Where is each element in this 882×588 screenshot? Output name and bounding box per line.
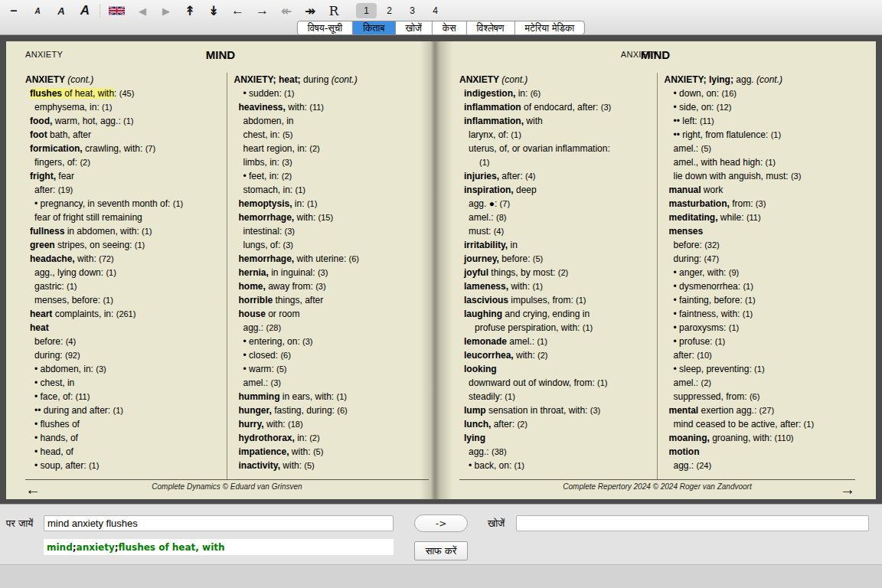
column-header-line[interactable]: ANXIETY (cont.) [459,73,649,87]
rubric-line[interactable]: agg. ●: (7) [459,197,649,211]
tab-analysis[interactable]: विश्लेषण [466,21,514,34]
rubric-line[interactable]: home, away from: (3) [234,279,430,293]
rubric-line[interactable]: motion [665,445,856,459]
rubric-line[interactable]: • closed: (6) [234,348,430,362]
chapter-down-icon[interactable]: ↡ [207,2,220,20]
column-header-line[interactable]: ANXIETY (cont.) [25,73,219,87]
next-page-icon[interactable]: → [256,2,269,20]
rubric-line[interactable]: amel.: (5) [665,142,856,155]
rubric-line[interactable]: horrible things, after [234,293,430,307]
rubric-line[interactable]: before: (4) [25,335,219,348]
rubric-line[interactable]: inflammation of endocard, after: (3) [459,100,649,114]
rubric-line[interactable]: • soup, after: (1) [25,459,219,472]
tab-book[interactable]: किताब [353,21,395,34]
rubric-line[interactable]: inflammation, with [459,114,649,128]
rubric-line[interactable]: • fainting, before: (1) [665,293,856,307]
rubric-line[interactable]: after: (10) [665,348,856,362]
rubric-line[interactable]: hernia, in inguinal: (3) [234,266,430,279]
remedy-r-icon[interactable]: R [328,2,340,20]
rubric-line[interactable]: joyful things, by most: (2) [459,266,649,279]
rubric-line[interactable]: headache, with: (72) [25,252,219,266]
rubric-line[interactable]: •• right, from flatulence: (1) [665,128,856,142]
first-rubric-icon[interactable]: ↞ [280,2,292,20]
rubric-line[interactable]: hemorrhage, with: (15) [234,211,430,224]
rubric-line[interactable]: indigestion, in: (6) [459,87,649,100]
rubric-line[interactable]: hemoptysis, in: (1) [234,197,430,211]
rubric-line[interactable]: fullness in abdomen, with: (1) [25,224,219,238]
column-header-line[interactable]: ANXIETY; heat; during (cont.) [234,73,430,87]
goto-submit-button[interactable]: -> [414,514,468,532]
rubric-line[interactable]: mind ceased to be active, after: (1) [665,417,856,431]
rubric-line[interactable]: • head, of [25,445,219,459]
rubric-line[interactable]: larynx, of: (1) [459,128,649,142]
rubric-line[interactable]: amel., with head high: (1) [665,155,856,169]
rubric-line[interactable]: hurry, with: (18) [234,417,430,431]
back-icon[interactable]: ◀ [136,2,149,20]
clear-button[interactable]: साफ करें [414,541,468,560]
rubric-line[interactable]: hydrothorax, in: (2) [234,431,430,445]
page-button-3[interactable]: 3 [402,3,423,18]
tab-find[interactable]: खोजें [395,21,432,34]
rubric-line[interactable]: • sleep, preventing: (1) [665,362,856,376]
rubric-line[interactable]: • feet, in: (2) [234,169,430,183]
page-button-4[interactable]: 4 [425,3,446,18]
rubric-line[interactable]: • paroxysms: (1) [665,321,856,335]
decrease-font-icon[interactable]: – [8,2,20,20]
rubric-line[interactable]: downward out of window, from: (1) [459,376,649,390]
rubric-line[interactable]: • down, on: (16) [665,87,856,100]
rubric-line[interactable]: limbs, in: (3) [234,155,430,169]
rubric-line[interactable]: fright, fear [25,169,219,183]
rubric-line[interactable]: • entering, on: (3) [234,335,430,348]
rubric-line[interactable]: lungs, of: (3) [234,238,430,252]
next-page-arrow-icon[interactable]: → [840,481,855,498]
rubric-line[interactable]: •• left: (11) [665,114,856,128]
rubric-line[interactable]: leucorrhea, with: (2) [459,348,649,362]
rubric-line[interactable]: heat [25,321,219,335]
rubric-line[interactable]: manual work [665,183,856,197]
rubric-line[interactable]: lie down with anguish, must: (3) [665,169,856,183]
rubric-line[interactable]: amel.: (3) [234,376,430,390]
rubric-line[interactable]: irritability, in [459,238,649,252]
rubric-line[interactable]: gastric: (1) [25,279,219,293]
rubric-line[interactable]: during: (92) [25,348,219,362]
rubric-line[interactable]: emphysema, in: (1) [25,100,219,114]
rubric-line[interactable]: uterus, of, or ovarian inflammation:(1) [459,142,649,169]
rubric-line[interactable]: journey, before: (5) [459,252,649,266]
rubric-line[interactable]: • side, on: (12) [665,100,856,114]
rubric-line[interactable]: • abdomen, in: (3) [25,362,219,376]
rubric-line[interactable]: agg.: (24) [665,459,856,472]
rubric-line[interactable]: • dysmenorrhea: (1) [665,279,856,293]
rubric-line[interactable]: agg.: (38) [459,445,649,459]
page-button-2[interactable]: 2 [379,3,400,18]
rubric-line[interactable]: green stripes, on seeing: (1) [25,238,219,252]
rubric-line[interactable]: amel.: (2) [665,376,856,390]
font-small-icon[interactable]: A [31,2,44,20]
rubric-line[interactable]: during: (47) [665,252,856,266]
rubric-line[interactable]: • faintness, with: (1) [665,307,856,321]
rubric-line[interactable]: house or room [234,307,430,321]
rubric-line[interactable]: steadily: (1) [459,390,649,403]
rubric-line[interactable]: injuries, after: (4) [459,169,649,183]
rubric-line[interactable]: agg., lying down: (1) [25,266,219,279]
font-large-icon[interactable]: A [79,2,91,20]
forward-icon[interactable]: ▶ [160,2,172,20]
rubric-line[interactable]: • profuse: (1) [665,335,856,348]
last-rubric-icon[interactable]: ↠ [304,2,316,20]
rubric-line[interactable]: before: (32) [665,238,856,252]
rubric-line[interactable]: intestinal: (3) [234,224,430,238]
rubric-line[interactable]: menses [665,224,856,238]
rubric-line[interactable]: abdomen, in [234,114,430,128]
rubric-line[interactable]: after: (19) [25,183,219,197]
rubric-line[interactable]: • pregnancy, in seventh month of: (1) [25,197,219,211]
column-header-line[interactable]: ANXIETY; lying; agg. (cont.) [665,73,856,87]
rubric-line[interactable]: stomach, in: (1) [234,183,430,197]
rubric-line[interactable]: heaviness, with: (11) [234,100,430,114]
rubric-line[interactable]: lascivious impulses, from: (1) [459,293,649,307]
rubric-line[interactable]: flushes of heat, with: (45) [25,87,219,100]
rubric-line[interactable]: heart region, in: (2) [234,142,430,155]
rubric-line[interactable]: chest, in: (5) [234,128,430,142]
tab-contents[interactable]: विषय-सूची [298,21,353,34]
rubric-line[interactable]: lying [459,431,649,445]
rubric-line[interactable]: foot bath, after [25,128,219,142]
rubric-line[interactable]: • anger, with: (9) [665,266,856,279]
